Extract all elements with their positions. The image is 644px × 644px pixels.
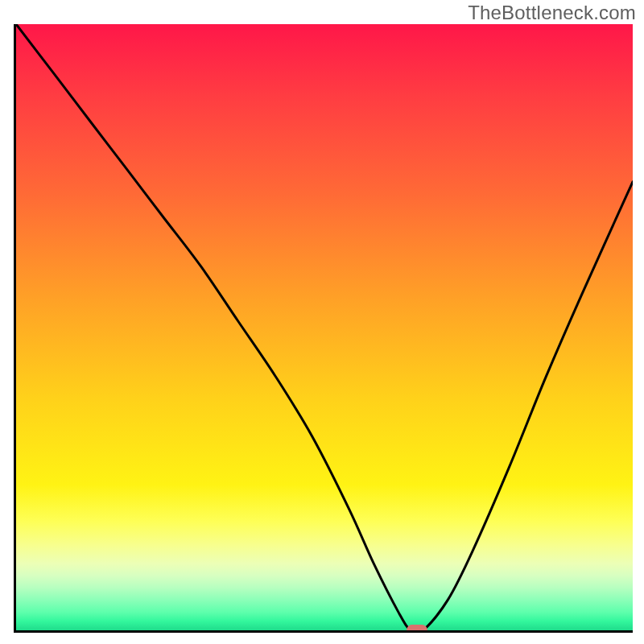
bottleneck-curve	[16, 24, 633, 630]
plot-area	[14, 24, 633, 633]
chart-frame: TheBottleneck.com	[0, 0, 644, 644]
curve-layer	[16, 24, 633, 630]
minimum-marker	[407, 625, 427, 633]
attribution-label: TheBottleneck.com	[468, 2, 636, 24]
